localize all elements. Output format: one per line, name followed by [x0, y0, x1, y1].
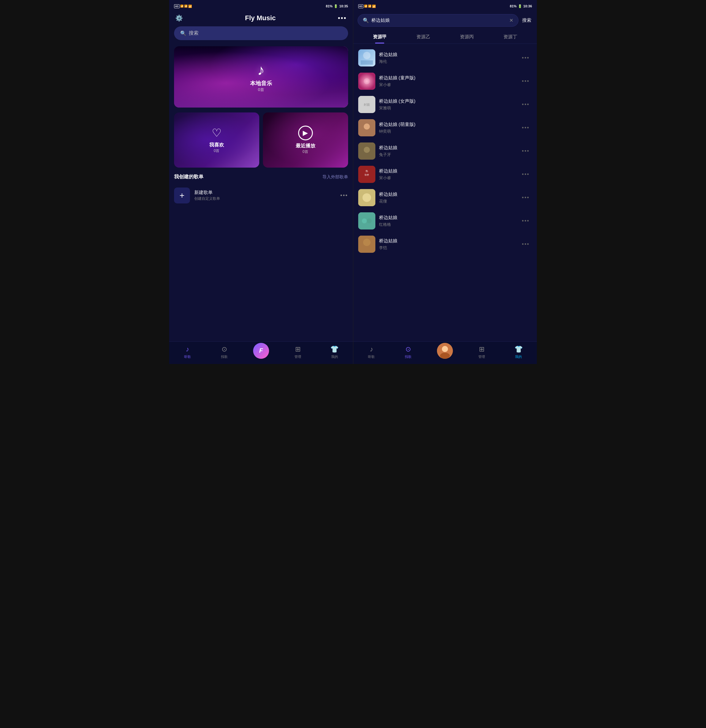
svg-point-1: [363, 52, 371, 59]
song-item-4[interactable]: 桥边姑娘 (萌童版) 钟奕萌 •••: [353, 116, 537, 139]
svg-text:封面: 封面: [364, 103, 370, 106]
song-item-6[interactable]: 热 歌榜 桥边姑娘 宋小睿 •••: [353, 163, 537, 186]
song-item-8[interactable]: 桥边姑娘 红格格 •••: [353, 209, 537, 233]
song-info-4: 桥边姑娘 (萌童版) 钟奕萌: [379, 121, 516, 134]
favorites-title: 我喜欢: [209, 142, 224, 148]
search-icon-r: 🔍: [363, 17, 369, 23]
song-item-3[interactable]: 封面 桥边姑娘 (女声版) 宋雅萌 •••: [353, 93, 537, 116]
rnav-find-icon: ⊙: [406, 345, 411, 353]
song-more-5[interactable]: •••: [520, 146, 532, 157]
recent-play-count: 0首: [302, 149, 308, 155]
nav-find[interactable]: ⊙ 找歌: [206, 345, 243, 359]
song-item-7[interactable]: 桥边姑娘 花僮 •••: [353, 186, 537, 209]
nav-mine[interactable]: 👕 我的: [316, 345, 353, 359]
nav-center[interactable]: F: [243, 346, 279, 359]
rnav-manage[interactable]: ⊞ 管理: [463, 345, 500, 359]
song-item-2[interactable]: 桥边姑娘 (童声版) 宋小睿 •••: [353, 69, 537, 93]
playlist-section-header: 我创建的歌单 导入外部歌单: [169, 174, 353, 184]
playlist-desc: 创建自定义歌单: [194, 196, 336, 201]
settings-icon[interactable]: ⚙️: [175, 14, 183, 22]
svg-point-22: [442, 346, 448, 352]
song-artist-6: 宋小睿: [379, 175, 516, 181]
playlist-name: 新建歌单: [194, 190, 336, 195]
rnav-find-label: 找歌: [405, 354, 411, 359]
section-title: 我创建的歌单: [174, 174, 204, 180]
playlist-more-button[interactable]: •••: [341, 192, 348, 199]
tab-source-d[interactable]: 资源丁: [488, 31, 532, 43]
logo-icon: F: [259, 347, 263, 354]
recent-play-card[interactable]: ▶ 最近播放 0首: [263, 113, 348, 168]
nav-listen[interactable]: ♪ 听歌: [169, 345, 206, 359]
new-playlist-item[interactable]: + 新建歌单 创建自定义歌单 •••: [169, 184, 353, 207]
tab-source-a[interactable]: 资源甲: [358, 31, 402, 43]
song-artist-8: 红格格: [379, 222, 516, 227]
svg-point-23: [440, 352, 450, 359]
song-more-6[interactable]: •••: [520, 169, 532, 180]
song-more-2[interactable]: •••: [520, 76, 532, 87]
song-artist-3: 宋雅萌: [379, 105, 516, 111]
song-more-9[interactable]: •••: [520, 239, 532, 250]
rnav-mine[interactable]: 👕 我的: [500, 345, 537, 359]
signal-r2: 📶: [368, 4, 371, 8]
song-item-5[interactable]: 桥边姑娘 兔子牙 •••: [353, 139, 537, 163]
search-input-container[interactable]: 🔍 桥边姑娘 ✕: [358, 14, 519, 27]
song-artist-2: 宋小睿: [379, 82, 516, 88]
tab-source-c[interactable]: 资源丙: [445, 31, 488, 43]
import-playlist-button[interactable]: 导入外部歌单: [322, 174, 348, 180]
more-menu-button[interactable]: •••: [338, 14, 347, 22]
svg-point-8: [364, 123, 370, 130]
song-info-2: 桥边姑娘 (童声版) 宋小睿: [379, 75, 516, 88]
rnav-center[interactable]: [427, 346, 463, 359]
rnav-center-avatar[interactable]: [437, 343, 453, 359]
clear-search-button[interactable]: ✕: [509, 17, 513, 23]
song-title-3: 桥边姑娘 (女声版): [379, 98, 516, 104]
song-info-5: 桥边姑娘 兔子牙: [379, 145, 516, 157]
favorites-card[interactable]: ♡ 我喜欢 0首: [174, 113, 259, 168]
search-submit-button[interactable]: 搜索: [521, 17, 533, 23]
rnav-listen[interactable]: ♪ 听歌: [353, 345, 390, 359]
rnav-manage-label: 管理: [478, 354, 485, 359]
song-thumb-2: [358, 73, 375, 90]
song-title-9: 桥边姑娘: [379, 238, 516, 244]
nav-find-label: 找歌: [221, 354, 228, 359]
manage-icon: ⊞: [295, 345, 300, 353]
song-more-3[interactable]: •••: [520, 99, 532, 110]
search-header: 🔍 桥边姑娘 ✕ 搜索: [353, 11, 537, 31]
song-thumb-3: 封面: [358, 96, 375, 113]
plus-icon: +: [180, 191, 185, 200]
status-bar-right: HD 📶 📶 📶 81% 🔋 10:36: [353, 0, 537, 11]
song-more-4[interactable]: •••: [520, 122, 532, 134]
song-more-8[interactable]: •••: [520, 215, 532, 227]
svg-rect-2: [361, 61, 373, 65]
song-more-7[interactable]: •••: [520, 192, 532, 204]
rnav-manage-icon: ⊞: [479, 345, 484, 353]
search-icon: 🔍: [180, 30, 186, 36]
song-item-9[interactable]: 桥边姑娘 李恺 •••: [353, 233, 537, 256]
favorites-count: 0首: [214, 148, 220, 153]
search-bar[interactable]: 🔍 搜索: [174, 26, 348, 40]
song-thumb-7: [358, 189, 375, 206]
svg-text:歌榜: 歌榜: [365, 174, 369, 176]
search-results-list: 桥边姑娘 海伦 •••: [353, 46, 537, 341]
rnav-listen-label: 听歌: [368, 354, 375, 359]
rnav-find[interactable]: ⊙ 找歌: [390, 345, 427, 359]
song-thumb-1: [358, 49, 375, 66]
song-item-1[interactable]: 桥边姑娘 海伦 •••: [353, 46, 537, 69]
app-title: Fly Music: [245, 14, 276, 22]
battery-pct-r: 81%: [510, 4, 517, 8]
center-logo-button[interactable]: F: [253, 343, 269, 359]
nav-manage[interactable]: ⊞ 管理: [279, 345, 316, 359]
rnav-mine-label: 我的: [515, 354, 522, 359]
song-info-3: 桥边姑娘 (女声版) 宋雅萌: [379, 98, 516, 111]
play-icon: ▶: [298, 126, 313, 140]
song-artist-1: 海伦: [379, 59, 516, 64]
left-phone: HD 📶 📶 📶 81% 🔋 10:35 ⚙️ Fly Music ••• 🔍 …: [169, 0, 353, 364]
status-right: 81% 🔋 10:35: [326, 4, 348, 8]
clock-r: 10:36: [523, 4, 532, 8]
nav-mine-label: 我的: [331, 354, 338, 359]
song-more-1[interactable]: •••: [520, 52, 532, 64]
rnav-mine-icon: 👕: [514, 345, 523, 353]
local-music-banner[interactable]: ♪ 本地音乐 0首: [174, 46, 348, 108]
tab-source-b[interactable]: 资源乙: [401, 31, 445, 43]
nav-listen-label: 听歌: [184, 354, 191, 359]
